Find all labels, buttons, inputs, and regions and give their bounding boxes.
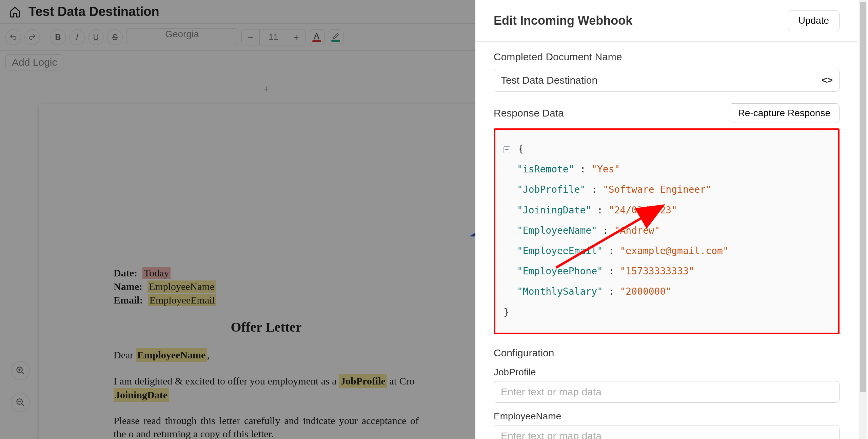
json-field: "EmployeeEmail" : "example@gmail.com" bbox=[504, 241, 830, 261]
editor-area: Test Data Destination B I U S Georgia − … bbox=[0, 0, 532, 439]
drawer-header: Edit Incoming Webhook Update bbox=[475, 0, 858, 42]
font-family-select[interactable]: Georgia bbox=[126, 28, 238, 46]
config-field-label: EmployeeName bbox=[494, 411, 840, 422]
config-field-input[interactable] bbox=[494, 425, 840, 439]
config-field-label: JobProfile bbox=[494, 367, 840, 378]
name-field[interactable]: EmployeeName bbox=[147, 280, 216, 293]
accept-para: Please read through this letter carefull… bbox=[114, 414, 419, 439]
jobprofile-field[interactable]: JobProfile bbox=[339, 374, 387, 388]
joiningdate-field[interactable]: JoiningDate bbox=[114, 388, 169, 402]
title-bar: Test Data Destination bbox=[0, 0, 532, 24]
json-field: "MonthlySalary" : "2000000" bbox=[504, 281, 830, 302]
response-data-label: Response Data bbox=[494, 107, 564, 119]
undo-button[interactable] bbox=[5, 29, 21, 45]
font-size-value: 11 bbox=[260, 29, 287, 45]
fontsize-decrease[interactable]: − bbox=[241, 29, 260, 45]
drawer-title: Edit Incoming Webhook bbox=[494, 14, 632, 28]
name-label: Name: bbox=[114, 281, 142, 292]
doc-heading: Offer Letter bbox=[114, 319, 419, 335]
response-json-viewer[interactable]: − { "isRemote" : "Yes""JobProfile" : "So… bbox=[494, 128, 840, 334]
document-canvas[interactable]: Date: Today Name: EmployeeName Email: Em… bbox=[39, 104, 493, 439]
json-field: "JobProfile" : "Software Engineer" bbox=[504, 180, 830, 200]
greeting: Dear EmployeeName, bbox=[114, 348, 419, 362]
expand-icon[interactable]: <> bbox=[815, 69, 840, 92]
json-field: "isRemote" : "Yes" bbox=[504, 159, 830, 180]
text-color-button[interactable]: A bbox=[309, 29, 324, 45]
underline-button[interactable]: U bbox=[88, 29, 104, 45]
date-label: Date: bbox=[114, 267, 137, 278]
zoom-controls bbox=[11, 361, 30, 412]
configuration-label: Configuration bbox=[494, 347, 840, 359]
italic-button[interactable]: I bbox=[69, 29, 85, 45]
date-field[interactable]: Today bbox=[142, 267, 171, 279]
add-logic-button[interactable]: Add Logic bbox=[5, 54, 63, 70]
email-field[interactable]: EmployeeEmail bbox=[148, 294, 216, 306]
doc-name-input[interactable] bbox=[494, 69, 815, 92]
edit-webhook-drawer: Edit Incoming Webhook Update Completed D… bbox=[475, 0, 858, 439]
zoom-in-button[interactable] bbox=[11, 361, 30, 380]
config-field-input[interactable] bbox=[494, 381, 840, 403]
redo-button[interactable] bbox=[24, 29, 40, 45]
add-block-button[interactable]: + bbox=[0, 74, 532, 104]
font-size-group: − 11 + bbox=[241, 29, 305, 45]
zoom-out-button[interactable] bbox=[11, 393, 30, 412]
toolbar: B I U S Georgia − 11 + A bbox=[0, 24, 532, 51]
greeting-name-field[interactable]: EmployeeName bbox=[136, 348, 207, 362]
page-title: Test Data Destination bbox=[28, 4, 159, 19]
highlight-color-button[interactable] bbox=[328, 29, 343, 45]
json-field: "JoiningDate" : "24/02/2023" bbox=[504, 200, 830, 221]
home-icon[interactable] bbox=[8, 5, 22, 19]
json-field: "EmployeePhone" : "15733333333" bbox=[504, 261, 830, 281]
offer-para: I am delighted & excited to offer you em… bbox=[114, 374, 419, 402]
collapse-icon[interactable]: − bbox=[504, 146, 510, 153]
update-button[interactable]: Update bbox=[788, 10, 840, 31]
recapture-button[interactable]: Re-capture Response bbox=[729, 103, 840, 123]
fontsize-increase[interactable]: + bbox=[287, 29, 305, 45]
doc-name-label: Completed Document Name bbox=[494, 51, 840, 63]
scrollbar[interactable] bbox=[859, 0, 867, 439]
bold-button[interactable]: B bbox=[50, 29, 66, 45]
json-field: "EmployeeName" : "Andrew" bbox=[504, 221, 830, 241]
email-label: Email: bbox=[114, 294, 143, 306]
strike-button[interactable]: S bbox=[107, 29, 123, 45]
